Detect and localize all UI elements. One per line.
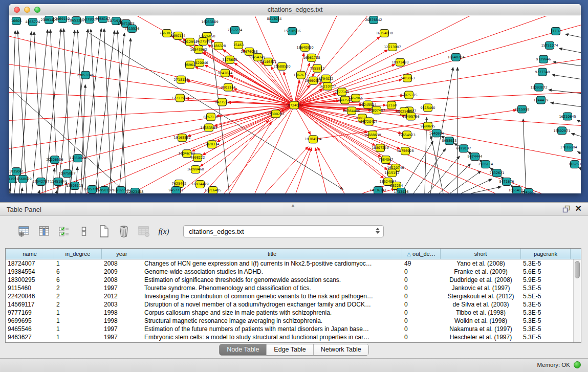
table-cell[interactable]: 2 [54,284,102,292]
table-row[interactable]: 946362711997Embryonic stem cells: a mode… [6,333,573,341]
graph-node[interactable]: 15463 [233,41,244,49]
table-cell[interactable]: 5.3E-5 [521,309,571,317]
graph-edge[interactable] [21,188,23,193]
table-cell[interactable]: Dudbridge et al. (2008) [441,276,521,284]
graph-edge[interactable] [450,171,481,193]
graph-edge[interactable] [294,105,392,182]
graph-node[interactable]: 12975115 [400,91,417,99]
table-cell[interactable]: 5.9E-5 [521,276,571,284]
close-panel-icon[interactable]: ✕ [575,205,582,213]
table-cell[interactable]: 0 [402,317,441,325]
table-row[interactable]: 946554611997Estimation of the future num… [6,325,573,333]
table-cell[interactable]: 18300295 [6,276,54,284]
graph-node[interactable]: 1244419 [534,96,549,104]
graph-node[interactable]: 62160 [386,101,397,109]
table-row[interactable]: 977716911998Corpus callosum shape and si… [6,309,573,317]
table-cell[interactable]: 1 [54,317,102,325]
column-header-indegree[interactable]: in_degree [54,249,102,259]
graph-node[interactable]: 11568029 [14,176,31,183]
graph-node[interactable]: 116753 [569,161,581,168]
table-cell[interactable]: 2009 [102,268,142,276]
graph-edge[interactable] [559,49,581,53]
graph-edge[interactable] [471,187,501,193]
column-header-name[interactable]: name [6,249,54,259]
table-row[interactable]: 911546021997Tourette syndrome. Phenomeno… [6,284,573,292]
graph-node[interactable]: 15218506 [284,27,300,35]
delete-table-icon[interactable] [137,225,150,238]
table-cell[interactable]: 1998 [102,309,142,317]
table-cell[interactable]: 0 [402,284,441,292]
graph-edge[interactable] [39,190,40,193]
graph-node[interactable]: 8267110 [204,113,219,121]
table-cell[interactable]: 0 [402,309,441,317]
table-cell[interactable]: Corpus callosum shape and size in male p… [142,309,402,317]
graph-node[interactable]: 8912954 [183,38,198,46]
table-cell[interactable]: Nakamura et al. (1997) [441,325,521,333]
graph-node[interactable]: 9474444 [468,153,483,161]
column-header-outde[interactable]: △out_de… [402,249,441,259]
graph-node[interactable]: 10688639 [364,131,381,139]
table-row[interactable]: 2242004622012Investigating the contribut… [6,292,573,300]
graph-edge[interactable] [294,105,381,157]
graph-node[interactable]: 2718126 [174,76,189,83]
graph-node[interactable]: 12213983 [171,94,188,102]
table-select-dropdown[interactable]: citations_edges.txt [183,225,384,237]
graph-node[interactable]: 9427552 [215,98,230,106]
graph-edge[interactable] [294,16,367,105]
column-header-pagerank[interactable]: pagerank [521,249,571,259]
graph-edge[interactable] [45,29,61,193]
graph-node[interactable]: 7557274 [228,26,243,34]
table-mode-icon[interactable] [17,225,31,238]
graph-node[interactable]: 16961758 [303,54,320,61]
graph-node[interactable]: 19654923 [398,131,415,139]
table-cell[interactable]: 2008 [102,259,142,268]
float-panel-icon[interactable] [562,205,570,213]
graph-node[interactable]: 15716485 [204,187,221,193]
graph-edge[interactable] [552,75,581,79]
graph-edge[interactable] [294,105,383,178]
graph-node[interactable]: 7485063 [400,74,415,82]
graph-edge[interactable] [461,179,492,193]
graph-edge[interactable] [553,62,581,66]
graph-edge[interactable] [572,134,581,136]
graph-edge[interactable] [194,45,294,105]
table-cell[interactable]: 2012 [102,292,142,300]
tab-network-table[interactable]: Network Table [313,344,368,355]
table-cell[interactable]: 9115460 [6,284,54,292]
graph-edge[interactable] [9,105,294,148]
graph-node[interactable]: 13505115 [66,182,83,190]
table-row[interactable]: 1830029562008Estimation of significance … [6,276,573,284]
table-cell[interactable]: Wolkin et al. (1998) [441,317,521,325]
row-height-icon[interactable] [77,225,91,238]
graph-node[interactable]: 19384554 [304,136,321,143]
table-cell[interactable]: 1997 [102,333,142,341]
graph-edge[interactable] [315,148,326,193]
table-cell[interactable]: 0 [402,325,441,333]
graph-edge[interactable] [286,147,310,193]
graph-node[interactable]: 15892971 [553,127,570,135]
network-canvas[interactable]: 1872400716605405572423891406206914010653… [9,16,581,193]
table-cell[interactable]: 49 [402,259,441,268]
table-cell[interactable]: Yano et al. (2008) [441,259,521,268]
graph-edge[interactable] [186,98,294,105]
graph-node[interactable]: 18640910 [296,43,313,51]
graph-edge[interactable] [578,151,581,154]
graph-node[interactable]: 17016504 [560,144,577,151]
table-cell[interactable]: 2008 [102,276,142,284]
tab-node-table[interactable]: Node Table [220,344,266,355]
tab-edge-table[interactable]: Edge Table [266,344,313,355]
graph-edge[interactable] [271,67,294,105]
table-row[interactable]: 1938455462009Genome-wide association stu… [6,268,573,276]
graph-node[interactable]: 9115460 [421,104,435,112]
graph-edge[interactable] [431,136,443,193]
graph-node[interactable]: 16914479 [191,181,208,188]
graph-node[interactable]: 8215958 [515,105,530,113]
graph-edge[interactable] [318,147,344,193]
table-cell[interactable]: Genome-wide association studies in ADHD. [142,268,402,276]
graph-node[interactable]: 19168852 [173,134,190,142]
table-cell[interactable]: 5.3E-5 [521,325,571,333]
table-cell[interactable]: 5.3E-5 [521,300,571,309]
table-cell[interactable]: 0 [402,276,441,284]
table-cell[interactable]: 9699695 [6,317,54,325]
graph-node[interactable]: 16210645 [559,113,576,120]
